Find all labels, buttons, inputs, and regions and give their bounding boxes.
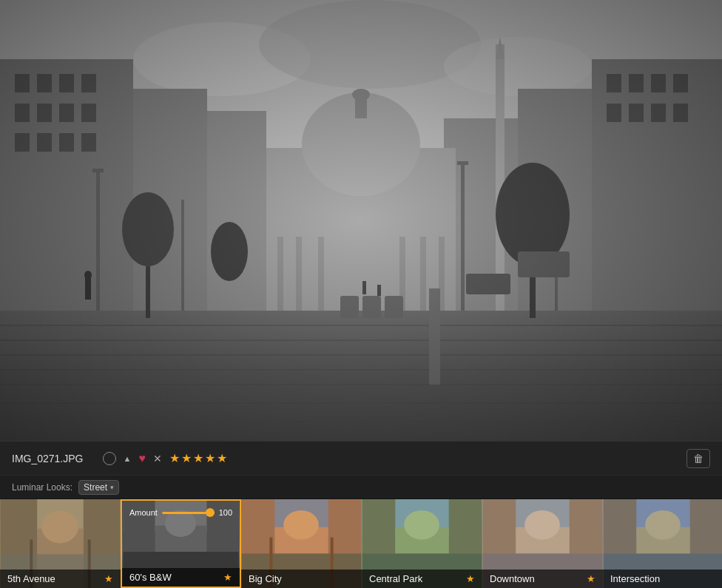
film-star-5th-avenue: ★ (104, 573, 113, 584)
film-title-big-city: Big City (249, 573, 282, 584)
looks-dropdown-label: Street (84, 482, 107, 493)
main-image-area (0, 0, 722, 441)
filename: IMG_0271.JPG (12, 453, 84, 464)
film-star-central-park: ★ (466, 573, 475, 584)
svg-point-79 (41, 511, 78, 544)
film-label-60s-bw: 60's B&W ★ (122, 568, 240, 587)
chevron-down-icon: ▾ (110, 484, 114, 491)
amount-value: 100 (219, 508, 232, 517)
filmstrip-item-intersection[interactable]: Intersection (603, 499, 722, 588)
info-bar: IMG_0271.JPG ▲ ♥ ✕ ★ ★ ★ ★ ★ 🗑 (0, 441, 722, 475)
film-label-big-city: Big City (241, 570, 362, 588)
heart-button[interactable]: ♥ (138, 452, 146, 465)
reject-button[interactable]: ✕ (153, 453, 162, 464)
amount-slider-thumb[interactable] (206, 508, 215, 517)
svg-rect-73 (0, 0, 722, 441)
filmstrip: 5th Avenue ★ Amount 100 (0, 499, 722, 588)
looks-label: Luminar Looks: (12, 482, 72, 493)
filmstrip-item-central-park[interactable]: Central Park ★ (362, 499, 482, 588)
filmstrip-item-60s-bw[interactable]: Amount 100 60's B&W ★ (121, 499, 241, 588)
rating-area: ▲ ♥ ✕ ★ ★ ★ ★ ★ (103, 451, 227, 465)
star-2[interactable]: ★ (181, 451, 192, 465)
film-label-intersection: Intersection (603, 570, 722, 588)
film-title-5th-avenue: 5th Avenue (7, 573, 55, 584)
film-star-downtown: ★ (587, 573, 596, 584)
film-title-60s-bw: 60's B&W (129, 572, 172, 583)
amount-label: Amount (129, 508, 158, 517)
star-3[interactable]: ★ (193, 451, 203, 465)
star-1[interactable]: ★ (169, 451, 180, 465)
film-label-5th-avenue: 5th Avenue ★ (0, 570, 121, 588)
film-title-central-park: Central Park (369, 573, 422, 584)
stars-rating[interactable]: ★ ★ ★ ★ ★ (169, 451, 227, 465)
filmstrip-item-big-city[interactable]: Big City (241, 499, 362, 588)
chevron-up-icon[interactable]: ▲ (124, 454, 132, 463)
flag-button[interactable] (103, 452, 116, 465)
film-title-downtown: Downtown (490, 573, 535, 584)
trash-button[interactable]: 🗑 (686, 449, 710, 468)
film-title-intersection: Intersection (610, 573, 660, 584)
amount-slider-track[interactable] (162, 512, 215, 514)
star-4[interactable]: ★ (205, 451, 215, 465)
film-label-downtown: Downtown ★ (482, 570, 603, 588)
film-star-60s-bw: ★ (223, 572, 232, 583)
looks-bar: Luminar Looks: Street ▾ (0, 475, 722, 499)
filmstrip-item-5th-avenue[interactable]: 5th Avenue ★ (0, 499, 121, 588)
main-photo (0, 0, 722, 441)
looks-dropdown[interactable]: Street ▾ (78, 480, 119, 495)
amount-slider-overlay: Amount 100 (129, 508, 232, 517)
star-5[interactable]: ★ (217, 451, 227, 465)
film-label-central-park: Central Park ★ (362, 570, 482, 588)
filmstrip-item-downtown[interactable]: Downtown ★ (482, 499, 603, 588)
